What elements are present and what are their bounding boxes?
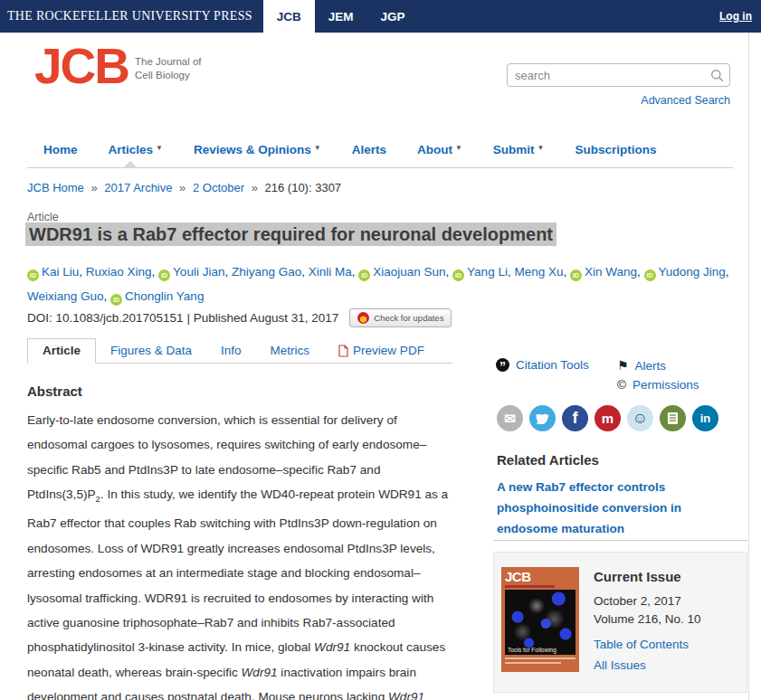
- all-issues-link[interactable]: All Issues: [594, 658, 701, 672]
- journal-tagline: The Journal of Cell Biology: [135, 55, 202, 82]
- abstract-text: Early-to-late endosome conversion, which…: [27, 408, 456, 700]
- login-link[interactable]: Log in: [719, 10, 752, 23]
- breadcrumb-separator: »: [176, 181, 189, 194]
- journal-tabs: JCBJEMJGP: [263, 0, 419, 33]
- chevron-down-icon: ▼: [156, 144, 163, 152]
- top-bar: THE ROCKEFELLER UNIVERSITY PRESS JCBJEMJ…: [0, 0, 761, 33]
- check-for-updates-button[interactable]: Check for updates: [349, 308, 452, 327]
- journal-tab-jem[interactable]: JEM: [315, 0, 367, 33]
- author-link[interactable]: Xiaojuan Sun: [373, 265, 445, 279]
- nav-item-subscriptions[interactable]: Subscriptions: [576, 143, 657, 156]
- share-papers-icon[interactable]: [660, 405, 686, 431]
- advanced-search: Advanced Search: [507, 94, 730, 107]
- related-article-link[interactable]: A new Rab7 effector controls phosphoinos…: [497, 477, 739, 539]
- cover-caption-line1: [505, 657, 576, 659]
- tab-metrics[interactable]: Metrics: [256, 339, 325, 363]
- nav-item-reviews-opinions[interactable]: Reviews & Opinions▼: [194, 143, 321, 156]
- author-link[interactable]: Weixiang Guo: [27, 289, 104, 303]
- tab-preview-pdf[interactable]: Preview PDF: [324, 339, 439, 363]
- tab-article[interactable]: Article: [27, 338, 96, 364]
- share-twitter-icon[interactable]: [529, 405, 556, 431]
- tab-figures-data[interactable]: Figures & Data: [96, 339, 206, 363]
- orcid-icon[interactable]: iD: [644, 270, 656, 281]
- nav-item-home[interactable]: Home: [43, 143, 78, 156]
- journal-tab-jgp[interactable]: JGP: [367, 0, 419, 33]
- permissions-tool[interactable]: © Permissions: [617, 378, 699, 392]
- orcid-icon[interactable]: iD: [110, 294, 122, 306]
- orcid-icon[interactable]: iD: [158, 270, 170, 281]
- breadcrumb-separator: »: [88, 181, 100, 194]
- issue-volume: Volume 216, No. 10: [594, 612, 701, 626]
- pdf-icon: [338, 345, 348, 357]
- journal-tab-jcb[interactable]: JCB: [263, 0, 315, 33]
- search-input[interactable]: [515, 69, 710, 82]
- author-link[interactable]: Xinli Ma: [309, 265, 352, 279]
- search-icon[interactable]: [710, 69, 724, 82]
- advanced-search-link[interactable]: Advanced Search: [641, 94, 730, 107]
- tagline-line1: The Journal of: [135, 55, 202, 69]
- issue-cover[interactable]: JCB Tools for Following: [501, 567, 579, 672]
- tab-label: Metrics: [271, 344, 310, 357]
- article-tabs: ArticleFigures & DataInfoMetricsPreview …: [27, 338, 452, 364]
- issue-date: October 2, 2017: [594, 594, 701, 608]
- breadcrumb-link[interactable]: 2017 Archive: [104, 181, 172, 194]
- breadcrumb-link[interactable]: 2 October: [193, 181, 244, 194]
- tab-label: Info: [221, 344, 242, 357]
- author-link[interactable]: Ruxiao Xing: [86, 265, 152, 279]
- abstract-segment: Wdr91: [314, 640, 350, 654]
- permissions-link[interactable]: Permissions: [633, 378, 699, 392]
- share-facebook-icon[interactable]: f: [562, 405, 588, 431]
- share-buttons: ✉fm☺in: [497, 405, 718, 431]
- share-reddit-icon[interactable]: ☺: [627, 405, 653, 431]
- author-link[interactable]: Xin Wang: [585, 265, 637, 279]
- cover-caption-line2: [505, 662, 561, 664]
- share-email-icon[interactable]: ✉: [497, 405, 523, 431]
- flag-icon: ⚑: [617, 358, 629, 373]
- doi-row: DOI: 10.1083/jcb.201705151 | Published A…: [27, 308, 452, 327]
- nav-active-notch: [123, 161, 138, 168]
- page-title-text: WDR91 is a Rab7 effector required for ne…: [25, 222, 556, 246]
- citation-tools[interactable]: ” Citation Tools: [496, 358, 589, 372]
- nav-item-about[interactable]: About▼: [417, 143, 462, 156]
- author-link[interactable]: Yudong Jing: [659, 265, 726, 279]
- alerts-tool[interactable]: ⚑ Alerts: [617, 358, 666, 373]
- tab-info[interactable]: Info: [206, 339, 256, 363]
- related-articles-heading: Related Articles: [497, 452, 599, 468]
- author-link[interactable]: Youli Jian: [173, 265, 224, 279]
- current-issue-heading: Current Issue: [594, 569, 701, 584]
- citation-tools-link[interactable]: Citation Tools: [516, 358, 589, 372]
- cover-caption: Tools for Following: [508, 647, 556, 653]
- author-link[interactable]: Kai Liu: [42, 265, 79, 279]
- chevron-down-icon: ▼: [455, 144, 462, 152]
- breadcrumb-link[interactable]: JCB Home: [27, 181, 84, 194]
- author-link[interactable]: Yang Li: [467, 265, 508, 279]
- main-nav: HomeArticles▼Reviews & Opinions▼AlertsAb…: [43, 143, 657, 156]
- share-linkedin-icon[interactable]: in: [692, 405, 718, 431]
- author-link[interactable]: Zhiyang Gao: [232, 265, 301, 279]
- login-area: Log in: [719, 0, 761, 33]
- article-kicker: Article: [27, 211, 59, 223]
- breadcrumb-current: 216 (10): 3307: [265, 181, 342, 194]
- nav-item-alerts[interactable]: Alerts: [352, 143, 386, 156]
- chevron-down-icon: ▼: [314, 144, 321, 152]
- author-link[interactable]: Meng Xu: [514, 265, 563, 279]
- quote-icon: ”: [496, 358, 509, 372]
- sidebar-divider: [493, 540, 747, 541]
- content-right-border: [748, 33, 749, 700]
- orcid-icon[interactable]: iD: [27, 270, 39, 281]
- jcb-logo[interactable]: JCB: [34, 42, 128, 91]
- tab-label: Article: [43, 344, 81, 357]
- orcid-icon[interactable]: iD: [358, 270, 370, 281]
- abstract-segment: Wdr91: [242, 666, 278, 679]
- table-of-contents-link[interactable]: Table of Contents: [594, 638, 701, 651]
- tagline-line2: Cell Biology: [135, 69, 202, 82]
- alerts-link[interactable]: Alerts: [635, 359, 667, 373]
- nav-item-submit[interactable]: Submit▼: [493, 143, 545, 156]
- author-link[interactable]: Chonglin Yang: [125, 289, 204, 303]
- orcid-icon[interactable]: iD: [570, 270, 582, 281]
- share-mendeley-icon[interactable]: m: [595, 405, 621, 431]
- chevron-down-icon: ▼: [537, 144, 545, 152]
- abstract-heading: Abstract: [27, 383, 82, 399]
- nav-item-articles[interactable]: Articles▼: [109, 143, 163, 156]
- orcid-icon[interactable]: iD: [452, 270, 464, 281]
